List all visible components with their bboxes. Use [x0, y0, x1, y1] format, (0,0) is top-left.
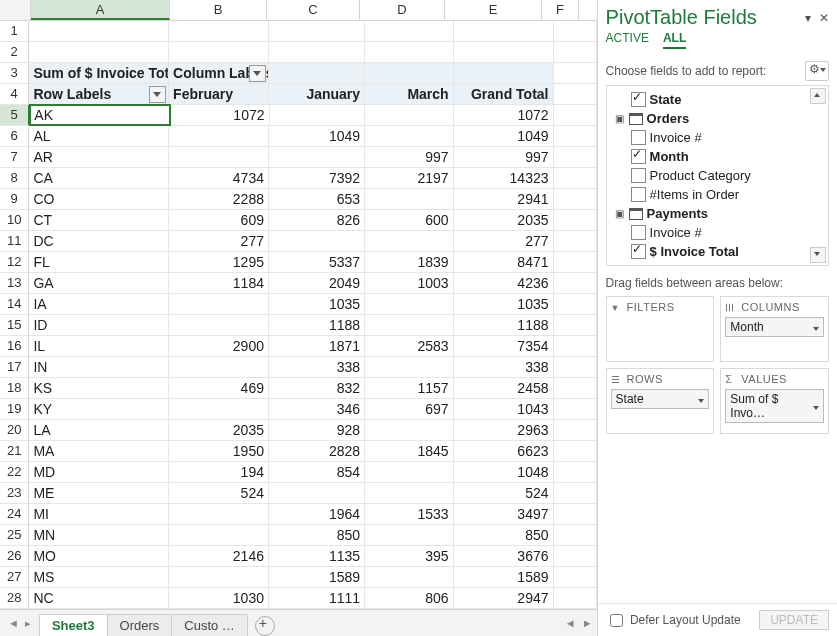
defer-layout-checkbox[interactable]: Defer Layout Update — [606, 611, 741, 630]
pivot-row-label[interactable]: KS — [29, 378, 169, 398]
cell[interactable]: 826 — [269, 210, 365, 230]
cell[interactable] — [554, 231, 597, 251]
cell[interactable]: 653 — [269, 189, 365, 209]
cell[interactable]: 524 — [169, 483, 269, 503]
cell[interactable] — [454, 42, 554, 62]
cell[interactable] — [169, 504, 269, 524]
column-header[interactable]: B — [170, 0, 267, 20]
cell[interactable] — [554, 588, 597, 608]
field-chip[interactable]: State — [611, 389, 710, 409]
column-header[interactable]: A — [31, 0, 170, 20]
pivot-row-label[interactable]: LA — [29, 420, 169, 440]
cell[interactable] — [365, 231, 454, 251]
row-header[interactable]: 15 — [0, 315, 29, 335]
cell[interactable]: 2947 — [454, 588, 554, 608]
cell[interactable] — [169, 567, 269, 587]
cell[interactable] — [554, 420, 597, 440]
cell[interactable] — [169, 357, 269, 377]
cell[interactable] — [365, 189, 454, 209]
select-all-corner[interactable] — [0, 0, 31, 20]
row-header[interactable]: 3 — [0, 63, 29, 83]
field-item[interactable]: $ Invoice Total — [609, 242, 826, 261]
field-item[interactable]: Month — [609, 147, 826, 166]
checkbox[interactable] — [631, 187, 646, 202]
cell[interactable]: 1533 — [365, 504, 454, 524]
cell[interactable] — [365, 525, 454, 545]
cell[interactable]: 338 — [269, 357, 365, 377]
row-header[interactable]: 12 — [0, 252, 29, 272]
row-header[interactable]: 25 — [0, 525, 29, 545]
pivot-row-label[interactable]: ID — [29, 315, 169, 335]
row-header[interactable]: 4 — [0, 84, 29, 104]
row-header[interactable]: 24 — [0, 504, 29, 524]
cell[interactable] — [454, 63, 554, 83]
cell[interactable] — [169, 126, 269, 146]
cell[interactable]: 2963 — [454, 420, 554, 440]
cell[interactable] — [554, 21, 597, 41]
cell[interactable] — [269, 483, 365, 503]
cell[interactable]: 850 — [454, 525, 554, 545]
cell[interactable] — [554, 315, 597, 335]
cell[interactable] — [365, 567, 454, 587]
pivot-row-label[interactable]: AK — [30, 105, 169, 125]
row-header[interactable]: 10 — [0, 210, 29, 230]
cell[interactable]: 1964 — [269, 504, 365, 524]
field-tree[interactable]: State▣OrdersInvoice #MonthProduct Catego… — [606, 85, 829, 266]
cell[interactable]: 1950 — [169, 441, 269, 461]
cell[interactable] — [554, 525, 597, 545]
sheet-tab[interactable]: Custo … — [171, 614, 248, 636]
collapse-icon[interactable]: ▣ — [615, 208, 625, 219]
cell[interactable] — [269, 63, 365, 83]
filter-dropdown-icon[interactable] — [149, 86, 166, 103]
row-header[interactable]: 16 — [0, 336, 29, 356]
row-header[interactable]: 28 — [0, 588, 29, 608]
row-header[interactable]: 1 — [0, 21, 29, 41]
cell[interactable]: 1839 — [365, 252, 454, 272]
row-header[interactable]: 23 — [0, 483, 29, 503]
cell[interactable]: 277 — [454, 231, 554, 251]
cell[interactable]: 928 — [269, 420, 365, 440]
cell[interactable] — [269, 21, 365, 41]
row-header[interactable]: 14 — [0, 294, 29, 314]
cell[interactable] — [269, 231, 365, 251]
column-header[interactable]: E — [445, 0, 542, 20]
subtab-all[interactable]: ALL — [663, 31, 686, 49]
cell[interactable]: 1030 — [169, 588, 269, 608]
cell[interactable] — [365, 21, 454, 41]
cell[interactable]: 4734 — [169, 168, 269, 188]
cell[interactable] — [554, 42, 597, 62]
cell[interactable] — [169, 525, 269, 545]
field-item[interactable]: Product Category — [609, 166, 826, 185]
cell[interactable]: 1003 — [365, 273, 454, 293]
cell[interactable]: 14323 — [454, 168, 554, 188]
column-header[interactable]: D — [360, 0, 445, 20]
cell[interactable]: 3497 — [454, 504, 554, 524]
cell[interactable]: 600 — [365, 210, 454, 230]
cell[interactable] — [270, 105, 366, 125]
area-filters[interactable]: FILTERS — [606, 296, 715, 362]
subtab-active[interactable]: ACTIVE — [606, 31, 649, 49]
cell[interactable]: 7354 — [454, 336, 554, 356]
cell[interactable]: 2288 — [169, 189, 269, 209]
cell[interactable] — [365, 126, 454, 146]
checkbox[interactable] — [631, 225, 646, 240]
row-header[interactable]: 21 — [0, 441, 29, 461]
scroll-down-icon[interactable] — [810, 247, 826, 263]
pivot-row-label[interactable]: MA — [29, 441, 169, 461]
cell[interactable] — [554, 168, 597, 188]
pivot-col-header[interactable]: February — [169, 84, 269, 104]
cell[interactable]: 1589 — [454, 567, 554, 587]
row-header[interactable]: 26 — [0, 546, 29, 566]
cell[interactable] — [169, 147, 269, 167]
pivot-col-header[interactable]: January — [269, 84, 365, 104]
field-item[interactable]: #Items in Order — [609, 185, 826, 204]
cell[interactable] — [454, 21, 554, 41]
cell[interactable]: 3676 — [454, 546, 554, 566]
pivot-row-label[interactable]: IA — [29, 294, 169, 314]
cell[interactable]: 832 — [269, 378, 365, 398]
row-header[interactable]: 19 — [0, 399, 29, 419]
gear-icon[interactable] — [805, 61, 829, 81]
cell[interactable]: 1184 — [169, 273, 269, 293]
pivot-corner[interactable]: Sum of $ Invoice Total — [29, 63, 169, 83]
chevron-down-icon[interactable] — [809, 320, 819, 334]
